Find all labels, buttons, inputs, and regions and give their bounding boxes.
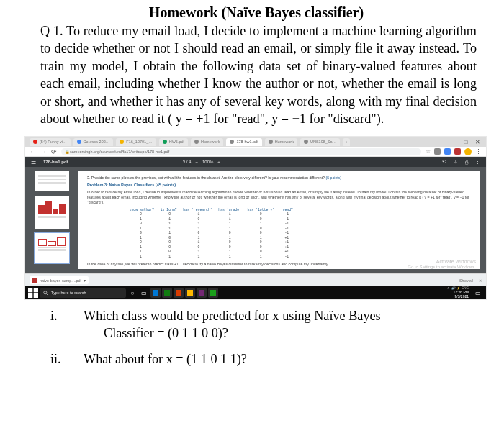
- extension-icon[interactable]: [444, 148, 451, 155]
- browser-tab[interactable]: HW5.pdf: [159, 138, 188, 146]
- url-input[interactable]: 🔒 sameersingh.org/courses/uml/fa17/write…: [61, 148, 421, 155]
- site-icon: [77, 140, 81, 144]
- taskbar-search-input[interactable]: Type here to search: [40, 288, 126, 298]
- svg-point-4: [44, 291, 47, 294]
- taskbar-notifications-icon[interactable]: ▭: [473, 288, 483, 298]
- pdf-icon: [163, 140, 167, 144]
- window-maximize-icon[interactable]: □: [462, 138, 470, 145]
- nav-reload-icon[interactable]: ⟳: [51, 148, 57, 155]
- svg-rect-2: [28, 293, 32, 298]
- window-minimize-icon[interactable]: −: [450, 138, 459, 145]
- pdf-filename: 178-hw1.pdf: [43, 160, 68, 164]
- svg-line-5: [46, 293, 48, 295]
- taskbar-cortana-icon[interactable]: ○: [127, 288, 138, 298]
- page-icon: [304, 140, 308, 144]
- pdf-print-icon[interactable]: ⎙: [465, 160, 468, 165]
- svg-rect-1: [34, 288, 38, 292]
- menu-icon[interactable]: ⋮: [475, 148, 482, 155]
- pdf-problem-title: Problem 3: Naive Bayes Classifiers (45 p…: [87, 183, 470, 188]
- page-icon: [194, 140, 199, 144]
- pdf-thumbnail[interactable]: [35, 196, 69, 229]
- pdf-thumbnail-strip: [31, 171, 73, 269]
- windows-taskbar: Type here to search ○ ▭ ∧ 🔊 ⚡ ENG 12:26 …: [25, 286, 486, 299]
- pdf-zoom-in-icon[interactable]: +: [217, 160, 220, 164]
- question-1-text: Q 1. To reduce my email load, I decide t…: [40, 22, 477, 127]
- windows-activation-watermark: Activate Windows Go to Settings to activ…: [408, 259, 476, 269]
- youtube-icon: [33, 140, 37, 144]
- browser-tab-active[interactable]: 178-hw1.pdf: [226, 138, 261, 146]
- browser-tab[interactable]: Homework: [265, 138, 297, 146]
- chevron-down-icon[interactable]: ▾: [84, 278, 86, 283]
- pdf-page-indicator: 3 / 4: [183, 160, 192, 164]
- profile-avatar-icon[interactable]: [464, 148, 472, 155]
- extension-icon[interactable]: [454, 148, 461, 155]
- browser-addressbar: ← → ⟳ 🔒 sameersingh.org/courses/uml/fa17…: [25, 147, 486, 157]
- subquestion-i: i.Which class would be predicted for x u…: [76, 307, 477, 324]
- show-all-downloads[interactable]: Show all: [459, 278, 473, 283]
- browser-tab[interactable]: Homework: [191, 138, 223, 146]
- pdf-text: 3. Provide the same plots as the previou…: [87, 176, 470, 181]
- taskbar-app-icon[interactable]: [162, 288, 172, 298]
- browser-tab[interactable]: F16_10701_…: [116, 138, 156, 146]
- subquestion-i-cont: Classifier = (0 1 1 0 0)?: [104, 324, 477, 342]
- star-icon[interactable]: ☆: [426, 148, 431, 155]
- taskbar-clock[interactable]: ∧ 🔊 ⚡ ENG 12:26 PM 9/3/2021: [447, 287, 472, 299]
- extension-icon[interactable]: [434, 148, 441, 155]
- search-icon: [43, 291, 48, 296]
- page-title: Homework (Naïve Bayes classifier): [36, 4, 477, 21]
- pdf-rotate-icon[interactable]: ⟲: [442, 159, 446, 165]
- pdf-zoom-level: 100%: [202, 160, 213, 164]
- taskbar-taskview-icon[interactable]: ▭: [139, 288, 149, 298]
- pdf-menu-icon[interactable]: ☰: [31, 159, 36, 165]
- embedded-screenshot: (54) Funny vi… Courses 202… F16_10701_… …: [24, 136, 487, 300]
- lock-icon: 🔒: [65, 150, 70, 154]
- pdf-thumbnail-selected[interactable]: [35, 233, 69, 263]
- pdf-thumbnail[interactable]: [35, 171, 69, 191]
- pdf-toolbar: ☰ 178-hw1.pdf 3 / 4 − 100% + ⟲ ⇩ ⎙ ⋮: [25, 157, 486, 167]
- taskbar-app-icon[interactable]: [208, 288, 218, 298]
- windows-start-icon[interactable]: [28, 288, 38, 298]
- pdf-viewer: 3. Provide the same plots as the previou…: [25, 167, 486, 273]
- question-body: To reduce my email load, I decide to imp…: [40, 24, 477, 126]
- window-close-icon[interactable]: ✕: [473, 138, 482, 145]
- pdf-data-table: know author? is long? has 'research' has…: [130, 208, 428, 259]
- browser-tab[interactable]: (54) Funny vi…: [30, 138, 71, 146]
- taskbar-app-icon[interactable]: [185, 288, 195, 298]
- download-shelf: naive bayes comp....pdf ▾ Show all ✕: [25, 273, 486, 286]
- pdf-icon: [120, 140, 124, 144]
- pdf-icon: [230, 140, 234, 144]
- nav-forward-icon[interactable]: →: [40, 148, 47, 155]
- pdf-more-icon[interactable]: ⋮: [475, 159, 480, 165]
- taskbar-app-icon[interactable]: [197, 288, 207, 298]
- page-icon: [269, 140, 273, 144]
- close-icon[interactable]: ✕: [479, 278, 482, 283]
- svg-rect-3: [34, 293, 38, 298]
- url-text: sameersingh.org/courses/uml/fa17/writeup…: [70, 150, 169, 154]
- nav-back-icon[interactable]: ←: [30, 148, 36, 155]
- browser-tab[interactable]: UNS108_Sa…: [300, 138, 340, 146]
- taskbar-app-icon[interactable]: [150, 288, 161, 298]
- svg-rect-0: [28, 288, 32, 292]
- pdf-page-content: 3. Provide the same plots as the previou…: [78, 171, 480, 269]
- browser-tab[interactable]: Courses 202…: [73, 138, 114, 146]
- pdf-zoom-out-icon[interactable]: −: [195, 160, 198, 164]
- pdf-text: In order to reduce my email load, I deci…: [87, 190, 470, 205]
- new-tab-button[interactable]: +: [343, 138, 350, 146]
- taskbar-app-icon[interactable]: [174, 288, 184, 298]
- download-chip[interactable]: naive bayes comp....pdf ▾: [30, 276, 89, 284]
- question-label: Q 1.: [40, 24, 63, 38]
- subquestion-ii: ii.What about for x = (1 1 0 1 1)?: [76, 350, 477, 368]
- browser-tabstrip: (54) Funny vi… Courses 202… F16_10701_… …: [25, 137, 486, 147]
- pdf-download-icon[interactable]: ⇩: [454, 159, 458, 165]
- pdf-icon: [32, 278, 37, 283]
